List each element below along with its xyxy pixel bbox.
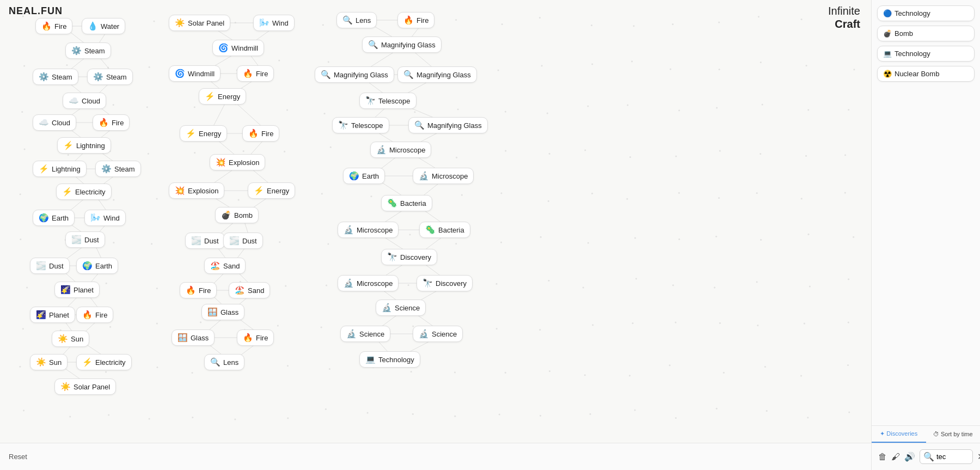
sidebar-node-s2[interactable]: 💣Bomb [877, 26, 975, 41]
canvas-node-n54[interactable]: 🔬Microscope [370, 142, 431, 158]
tab-discoveries[interactable]: ✦ Discoveries [872, 426, 926, 443]
canvas-node-n37[interactable]: 🌫️Dust [185, 233, 225, 249]
node-label: Dust [49, 262, 64, 270]
canvas-node-n10[interactable]: ⚡Lightning [33, 161, 87, 177]
sidebar-node-s1[interactable]: 🔵Technology [877, 5, 975, 21]
canvas-node-n5[interactable]: ⚙️Steam [87, 69, 133, 85]
canvas-node-n38[interactable]: 🌫️Dust [223, 233, 263, 249]
canvas-node-n66[interactable]: 💻Technology [359, 351, 420, 368]
canvas-node-n32[interactable]: 🔥Fire [242, 125, 279, 142]
canvas-node-n47[interactable]: 🔥Fire [397, 12, 434, 28]
node-emoji: 🔥 [248, 129, 259, 138]
node-label: Fire [95, 311, 107, 319]
search-icon: 🔍 [923, 451, 934, 462]
canvas-node-n58[interactable]: 🔬Microscope [338, 222, 399, 238]
canvas-node-n64[interactable]: 🔬Science [340, 326, 390, 342]
canvas-node-n46[interactable]: 🔍Lens [336, 12, 377, 28]
node-emoji: 🔬 [346, 329, 357, 339]
canvas-node-n61[interactable]: 🔬Microscope [338, 275, 399, 291]
canvas-node-n21[interactable]: ☀️Sun [52, 331, 89, 347]
node-label: Earth [52, 214, 69, 222]
node-emoji: ⚡ [63, 141, 74, 150]
canvas-node-n63[interactable]: 🔬Science [376, 300, 426, 316]
canvas-node-n53[interactable]: 🔍Magnifying Glass [408, 117, 488, 133]
node-label: Sand [248, 286, 264, 295]
node-emoji: 🔥 [82, 310, 93, 320]
canvas-node-n17[interactable]: 🌍Earth [76, 258, 118, 274]
canvas-node-n8[interactable]: 🔥Fire [93, 114, 130, 131]
canvas-node-n35[interactable]: ⚡Energy [248, 182, 295, 199]
canvas-node-n22[interactable]: ☀️Sun [30, 354, 68, 370]
canvas-node-n4[interactable]: ⚙️Steam [33, 69, 78, 85]
canvas-node-n30[interactable]: ⚡Energy [199, 88, 246, 105]
canvas-node-n36[interactable]: 💣Bomb [215, 207, 259, 223]
canvas-node-n28[interactable]: 🌀Windmill [169, 65, 220, 82]
canvas-node-n2[interactable]: 💧Water [82, 18, 125, 34]
close-search-button[interactable]: ✕ [975, 449, 980, 464]
canvas-node-n18[interactable]: 🌠Planet [54, 282, 100, 298]
node-label: Dust [204, 237, 219, 245]
node-emoji: ☢️ [883, 70, 892, 78]
sound-button[interactable]: 🔊 [902, 449, 917, 464]
sidebar-node-s3[interactable]: 💻Technology [877, 46, 975, 62]
node-emoji: 🔥 [99, 118, 109, 127]
canvas-node-n44[interactable]: 🔥Fire [237, 329, 274, 346]
canvas-node-n29[interactable]: 🔥Fire [237, 65, 274, 82]
node-label: Planet [49, 311, 69, 319]
canvas-node-n20[interactable]: 🔥Fire [76, 307, 113, 323]
node-label: Sun [49, 358, 62, 367]
canvas-node-n11[interactable]: ⚙️Steam [95, 161, 141, 177]
canvas-node-n14[interactable]: 🌬️Wind [84, 210, 126, 226]
canvas-node-n24[interactable]: ☀️Solar Panel [54, 379, 116, 395]
app-logo: NEAL.FUN [9, 5, 63, 17]
canvas-node-n23[interactable]: ⚡Electricity [76, 354, 132, 370]
canvas-node-n62[interactable]: 🔭Discovery [416, 275, 473, 291]
canvas-node-n57[interactable]: 🦠Bacteria [381, 195, 432, 211]
canvas-node-n16[interactable]: 🌫️Dust [30, 258, 70, 274]
node-emoji: 🦠 [387, 198, 397, 208]
canvas-node-n43[interactable]: 🪟Glass [171, 329, 215, 346]
canvas-node-n48[interactable]: 🔍Magnifying Glass [362, 36, 442, 53]
canvas-node-n7[interactable]: ☁️Cloud [33, 114, 76, 131]
brush-button[interactable]: 🖌 [889, 450, 902, 464]
canvas-node-n19[interactable]: 🌠Planet [30, 307, 75, 323]
canvas-node-n39[interactable]: 🏖️Sand [204, 258, 246, 274]
canvas-node-n13[interactable]: 🌍Earth [33, 210, 75, 226]
canvas-node-n33[interactable]: 💥Explosion [210, 154, 265, 170]
canvas-node-n15[interactable]: 🌫️Dust [65, 231, 105, 248]
canvas-node-n65[interactable]: 🔬Science [413, 326, 463, 342]
canvas-node-n51[interactable]: 🔭Telescope [359, 93, 416, 109]
canvas-node-n52[interactable]: 🔭Telescope [332, 117, 389, 133]
canvas-node-n1[interactable]: 🔥Fire [35, 18, 72, 34]
node-label: Fire [261, 130, 273, 138]
canvas-node-n27[interactable]: 🌀Windmill [212, 40, 264, 56]
canvas-node-n50[interactable]: 🔍Magnifying Glass [397, 66, 477, 83]
canvas-node-n45[interactable]: 🔍Lens [204, 354, 244, 370]
canvas-node-n40[interactable]: 🔥Fire [180, 282, 217, 298]
canvas-node-n12[interactable]: ⚡Electricity [56, 184, 112, 200]
canvas-node-n56[interactable]: 🔬Microscope [413, 168, 474, 184]
canvas-node-n59[interactable]: 🦠Bacteria [419, 222, 470, 238]
canvas-node-n3[interactable]: ⚙️Steam [65, 42, 111, 59]
search-input[interactable] [936, 453, 969, 461]
node-label: Glass [191, 334, 209, 342]
canvas-node-n26[interactable]: 🌬️Wind [253, 15, 295, 31]
canvas-node-n49[interactable]: 🔍Magnifying Glass [315, 66, 394, 83]
reset-button[interactable]: Reset [9, 453, 27, 461]
canvas-node-n55[interactable]: 🌍Earth [343, 168, 385, 184]
canvas-node-n25[interactable]: ☀️Solar Panel [169, 15, 230, 31]
node-emoji: 🔬 [419, 171, 429, 181]
tab-sort[interactable]: ⏱ Sort by time [926, 426, 981, 443]
canvas-node-n6[interactable]: ☁️Cloud [63, 93, 106, 109]
canvas-node-n34[interactable]: 💥Explosion [169, 182, 224, 199]
sidebar-node-s4[interactable]: ☢️Nuclear Bomb [877, 66, 975, 82]
canvas-node-n41[interactable]: 🏖️Sand [229, 282, 270, 298]
canvas-node-n9[interactable]: ⚡Lightning [57, 137, 111, 154]
canvas-node-n60[interactable]: 🔭Discovery [381, 249, 437, 265]
canvas-node-n42[interactable]: 🪟Glass [201, 304, 244, 320]
trash-button[interactable]: 🗑 [876, 450, 889, 464]
node-emoji: 🔍 [321, 70, 331, 80]
node-emoji: 🌀 [218, 43, 229, 53]
node-emoji: ⚡ [82, 357, 93, 367]
canvas-node-n31[interactable]: ⚡Energy [180, 125, 227, 142]
